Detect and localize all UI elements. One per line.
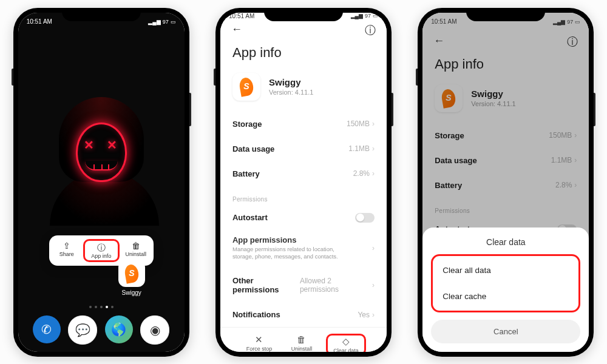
swiggy-icon (232, 73, 260, 101)
action-clear-data[interactable]: ◇ Clear data (326, 334, 366, 351)
row-value: 2.8% (555, 181, 572, 189)
row-data-usage[interactable]: Data usage 1.1MB› (422, 148, 589, 173)
context-app-info-label: App info (85, 253, 118, 259)
context-uninstall[interactable]: 🗑 Uninstall (120, 239, 152, 262)
status-time: 10:51 AM (431, 18, 456, 25)
page-title: App info (220, 38, 387, 70)
trash-icon: 🗑 (283, 334, 320, 346)
context-uninstall-label: Uninstall (120, 251, 152, 257)
info-icon[interactable]: ⓘ (365, 23, 376, 38)
chevron-right-icon: › (372, 169, 375, 178)
cancel-button[interactable]: Cancel (431, 320, 580, 343)
wallpaper: ✕ ✕ (18, 13, 185, 352)
row-app-permissions[interactable]: App permissions Manage permissions relat… (220, 231, 387, 269)
signal-icon: ▂▄▆ (553, 19, 565, 25)
row-value: 1.1MB (551, 156, 572, 164)
info-icon[interactable]: ⓘ (567, 35, 578, 49)
app-name: Swiggy (471, 89, 515, 99)
context-share-label: Share (50, 251, 83, 257)
row-label: App permissions (232, 235, 354, 244)
dock: ✆ 💬 🌎 ◉ (18, 315, 185, 345)
dock-messages-icon[interactable]: 💬 (68, 315, 97, 345)
row-label: Other permissions (232, 276, 300, 294)
clear-data-sheet: Clear data Clear all data Clear cache Ca… (422, 228, 589, 352)
home-screen: 10:51 AM ▂▄▆ 97 ▭ ✕ ✕ (18, 13, 185, 352)
action-label: Clear data (328, 348, 364, 351)
chevron-right-icon: › (574, 181, 577, 189)
action-force-stop[interactable]: ✕ Force stop (241, 334, 277, 351)
row-label: Battery (232, 169, 260, 178)
app-info-screen: 10:51 AM ▂▄▆ 97 ▭ ← ⓘ App info Swiggy Ve… (220, 13, 387, 352)
dock-camera-icon[interactable]: ◉ (140, 315, 169, 345)
action-label: Uninstall (283, 346, 320, 351)
notch (466, 8, 545, 21)
row-value: 150MB (549, 131, 572, 140)
row-data-usage[interactable]: Data usage 1.1MB› (220, 136, 387, 161)
battery-icon: ▭ (575, 19, 580, 25)
row-label: Storage (435, 131, 464, 140)
back-icon[interactable]: ← (433, 35, 444, 49)
page-indicator (89, 306, 114, 308)
signal-icon: ▂▄▆ (148, 19, 160, 25)
row-autostart[interactable]: Autostart (220, 205, 387, 231)
info-icon: ⓘ (85, 242, 118, 253)
phone-clear-data-sheet: 10:51 AM ▂▄▆ 97 ▭ ← ⓘ App info Swiggy Ve… (418, 8, 594, 357)
signal-icon: ▂▄▆ (351, 13, 363, 19)
option-clear-all-data[interactable]: Clear all data (433, 257, 578, 283)
action-label: Force stop (241, 346, 277, 351)
row-storage[interactable]: Storage 150MB› (422, 123, 589, 148)
trash-icon: 🗑 (120, 240, 152, 251)
row-other-permissions[interactable]: Other permissions Allowed 2 permissions› (220, 268, 387, 302)
app-version: Version: 4.11.1 (471, 100, 515, 107)
battery-percent: 97 (567, 19, 573, 25)
notch (264, 8, 343, 21)
app-info-screen-dimmed: 10:51 AM ▂▄▆ 97 ▭ ← ⓘ App info Swiggy Ve… (422, 13, 589, 352)
row-battery[interactable]: Battery 2.8%› (422, 173, 589, 198)
section-permissions: Permissions (220, 186, 387, 205)
page-title: App info (422, 49, 589, 82)
context-app-info[interactable]: ⓘ App info (83, 239, 120, 262)
row-value: Yes (358, 311, 370, 319)
sheet-options-highlight: Clear all data Clear cache (431, 254, 580, 312)
status-time: 10:51 AM (27, 18, 52, 25)
section-permissions: Permissions (422, 198, 589, 217)
row-label: Data usage (232, 144, 274, 153)
row-notifications[interactable]: Notifications Yes› (220, 302, 387, 327)
sheet-title: Clear data (431, 237, 580, 247)
row-value: Allowed 2 permissions (300, 277, 370, 294)
swiggy-icon (118, 260, 145, 287)
app-name: Swiggy (269, 77, 313, 87)
chevron-right-icon: › (372, 311, 375, 319)
row-label: Storage (232, 120, 262, 129)
back-icon[interactable]: ← (231, 23, 242, 38)
dock-phone-icon[interactable]: ✆ (33, 315, 61, 343)
row-storage[interactable]: Storage 150MB› (220, 112, 387, 136)
app-version: Version: 4.11.1 (269, 89, 313, 96)
row-value: 2.8% (353, 169, 370, 178)
row-battery[interactable]: Battery 2.8%› (220, 161, 387, 186)
mask-graphic: ✕ ✕ (76, 123, 127, 182)
share-icon: ⇪ (50, 240, 83, 251)
row-sub: Manage permissions related to location, … (232, 246, 354, 261)
chevron-right-icon: › (372, 120, 375, 128)
option-clear-cache[interactable]: Clear cache (433, 283, 578, 309)
eraser-icon: ◇ (328, 335, 364, 348)
dock-browser-icon[interactable]: 🌎 (105, 315, 133, 343)
swiggy-icon (435, 84, 463, 112)
chevron-right-icon: › (372, 144, 375, 153)
row-label: Data usage (435, 156, 476, 165)
app-icon-label: Swiggy (118, 289, 145, 296)
chevron-right-icon: › (372, 281, 375, 289)
app-icon-swiggy[interactable]: Swiggy (118, 260, 145, 296)
battery-percent: 97 (365, 13, 371, 19)
battery-icon: ▭ (373, 13, 378, 19)
action-uninstall[interactable]: 🗑 Uninstall (283, 334, 320, 351)
row-label: Notifications (232, 310, 280, 319)
toggle-autostart[interactable] (355, 213, 375, 223)
context-share[interactable]: ⇪ Share (50, 239, 83, 262)
status-time: 10:51 AM (229, 13, 254, 19)
row-value: 150MB (347, 120, 370, 128)
chevron-right-icon: › (574, 156, 577, 164)
row-value: 1.1MB (348, 144, 370, 153)
notch (62, 8, 141, 21)
